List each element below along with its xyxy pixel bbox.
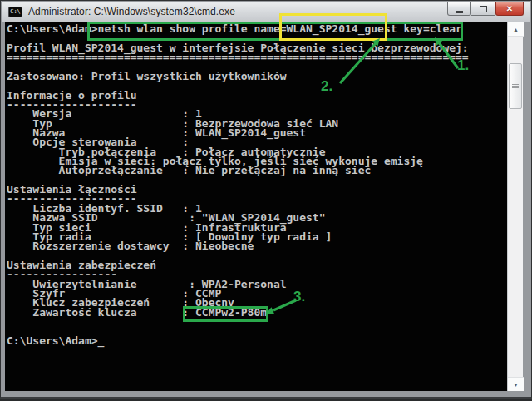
close-icon: ✕	[506, 3, 513, 15]
close-button[interactable]: ✕	[495, 2, 524, 16]
scroll-up-button[interactable]: ▲	[508, 22, 524, 37]
vertical-scrollbar[interactable]: ▲ ▼	[507, 22, 523, 391]
annotation-label-3: 3.	[293, 289, 305, 305]
annotation-box-profile-name	[279, 13, 387, 41]
annotation-label-2: 2.	[321, 78, 332, 95]
window-title: Administrator: C:\Windows\system32\cmd.e…	[28, 6, 235, 17]
minimize-button[interactable]	[447, 2, 471, 16]
annotation-label-1: 1.	[457, 57, 469, 74]
console-text: C:\Users\Adam>netsh wlan show profile na…	[7, 24, 469, 345]
maximize-button[interactable]	[471, 2, 495, 16]
cmd-icon: C:\	[8, 7, 22, 17]
scroll-up-icon: ▲	[513, 27, 519, 32]
scroll-down-button[interactable]: ▼	[508, 377, 524, 391]
console-output-area[interactable]: C:\Users\Adam>netsh wlan show profile na…	[5, 22, 508, 391]
minimize-icon	[456, 11, 463, 13]
maximize-icon	[480, 6, 487, 12]
window-controls: ✕	[447, 2, 524, 16]
annotation-box-command	[87, 22, 463, 41]
annotation-box-password	[183, 306, 268, 322]
titlebar[interactable]: C:\ Administrator: C:\Windows\system32\c…	[2, 2, 530, 22]
scroll-down-icon: ▼	[513, 382, 519, 388]
cmd-window: C:\ Administrator: C:\Windows\system32\c…	[0, 0, 532, 399]
thumb-grip-icon	[512, 84, 519, 88]
scrollbar-thumb[interactable]	[509, 63, 522, 109]
